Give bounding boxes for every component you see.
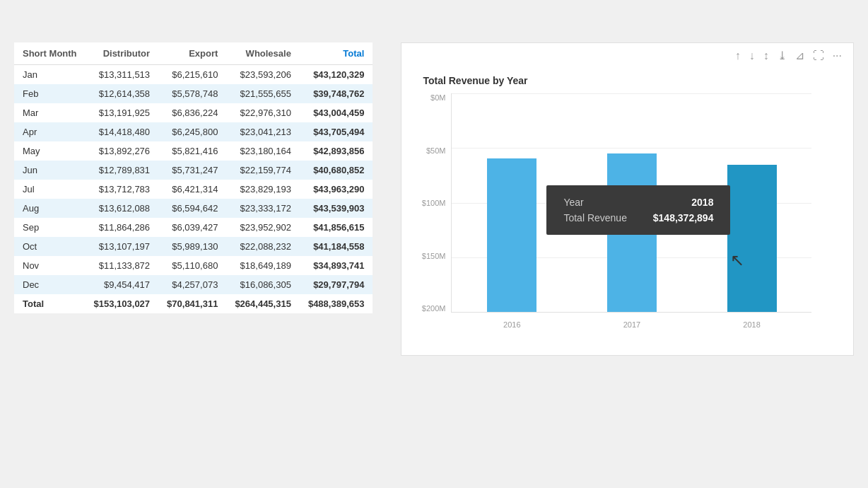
- cell-wholesale: $16,086,305: [226, 275, 300, 294]
- revenue-chart: ↑ ↓ ↕ ⤓ ⊿ ⛶ ··· Total Revenue by Year $2…: [401, 42, 854, 356]
- cell-distributor: $13,712,783: [86, 180, 159, 199]
- cell-total: $43,963,290: [300, 180, 373, 199]
- cell-wholesale: $23,593,206: [226, 65, 300, 85]
- cell-wholesale: $22,159,774: [226, 161, 300, 180]
- revenue-table: Short Month Distributor Export Wholesale…: [14, 42, 373, 313]
- tooltip-year-label: Year: [563, 197, 583, 208]
- filter-icon[interactable]: ⊿: [795, 49, 804, 62]
- cell-month: Jun: [14, 161, 86, 180]
- table-row[interactable]: Mar $13,191,925 $6,836,224 $22,976,310 $…: [14, 103, 373, 122]
- table-row[interactable]: Jun $12,789,831 $5,731,247 $22,159,774 $…: [14, 161, 373, 180]
- chart-bar[interactable]: 2016: [487, 158, 536, 312]
- col-header-total[interactable]: Total: [300, 42, 373, 65]
- table-row[interactable]: Oct $13,107,197 $5,989,130 $22,088,232 $…: [14, 237, 373, 256]
- cell-distributor: $13,107,197: [86, 237, 159, 256]
- chart-toolbar: ↑ ↓ ↕ ⤓ ⊿ ⛶ ···: [401, 43, 853, 68]
- cell-total: $43,120,329: [300, 65, 373, 85]
- cell-export: $6,421,314: [158, 180, 226, 199]
- table-row[interactable]: May $13,892,276 $5,821,416 $23,180,164 $…: [14, 141, 373, 161]
- y-axis-label: $0M: [416, 93, 451, 102]
- cell-month: Sep: [14, 218, 86, 237]
- cell-total: $41,184,558: [300, 237, 373, 256]
- cell-month: Apr: [14, 122, 86, 141]
- cell-month: Jan: [14, 65, 86, 85]
- cell-distributor: $11,864,286: [86, 218, 159, 237]
- tooltip-revenue-value: $148,372,894: [653, 212, 714, 223]
- cell-export: $6,215,610: [158, 65, 226, 85]
- chart-title: Total Revenue by Year: [416, 75, 839, 86]
- cell-wholesale: $22,088,232: [226, 237, 300, 256]
- table-row[interactable]: Aug $13,612,088 $6,594,642 $23,333,172 $…: [14, 199, 373, 218]
- cell-export: $5,989,130: [158, 237, 226, 256]
- cell-month: Oct: [14, 237, 86, 256]
- cell-distributor: $12,614,358: [86, 84, 159, 103]
- tooltip-year-value: 2018: [691, 197, 713, 208]
- cell-export: $6,594,642: [158, 199, 226, 218]
- sort-desc-icon[interactable]: ↓: [749, 50, 755, 62]
- cell-month: Jul: [14, 180, 86, 199]
- cell-total: $29,797,794: [300, 275, 373, 294]
- cell-wholesale: $23,829,193: [226, 180, 300, 199]
- cell-export: $5,578,748: [158, 84, 226, 103]
- total-total: $488,389,653: [300, 294, 373, 313]
- sort-asc-icon[interactable]: ↑: [735, 50, 741, 62]
- cell-export: $5,821,416: [158, 141, 226, 161]
- cell-distributor: $13,612,088: [86, 199, 159, 218]
- total-export: $70,841,311: [158, 294, 226, 313]
- cell-month: Dec: [14, 275, 86, 294]
- table-row[interactable]: Jan $13,311,513 $6,215,610 $23,593,206 $…: [14, 65, 373, 85]
- cell-total: $43,705,494: [300, 122, 373, 141]
- fullscreen-icon[interactable]: ⛶: [813, 50, 824, 62]
- cell-wholesale: $23,952,902: [226, 218, 300, 237]
- total-wholesale: $264,445,315: [226, 294, 300, 313]
- total-row: Total $153,103,027 $70,841,311 $264,445,…: [14, 294, 373, 313]
- cell-export: $5,110,680: [158, 256, 226, 275]
- cell-distributor: $12,789,831: [86, 161, 159, 180]
- cell-distributor: $14,418,480: [86, 122, 159, 141]
- sort-both-icon[interactable]: ↕: [763, 50, 769, 62]
- cell-month: Aug: [14, 199, 86, 218]
- table-row[interactable]: Jul $13,712,783 $6,421,314 $23,829,193 $…: [14, 180, 373, 199]
- table-row[interactable]: Feb $12,614,358 $5,578,748 $21,555,655 $…: [14, 84, 373, 103]
- cell-wholesale: $23,041,213: [226, 122, 300, 141]
- cell-distributor: $13,892,276: [86, 141, 159, 161]
- expand-icon[interactable]: ⤓: [778, 49, 787, 62]
- cell-month: Nov: [14, 256, 86, 275]
- cell-total: $43,004,459: [300, 103, 373, 122]
- cell-month: May: [14, 141, 86, 161]
- cell-wholesale: $23,180,164: [226, 141, 300, 161]
- tooltip-revenue-label: Total Revenue: [563, 212, 627, 223]
- chart-bar[interactable]: 2018: [727, 165, 777, 312]
- cell-export: $5,731,247: [158, 161, 226, 180]
- cell-distributor: $11,133,872: [86, 256, 159, 275]
- cell-wholesale: $18,649,189: [226, 256, 300, 275]
- more-icon[interactable]: ···: [833, 50, 842, 62]
- cell-wholesale: $21,555,655: [226, 84, 300, 103]
- cell-distributor: $13,311,513: [86, 65, 159, 85]
- col-header-export[interactable]: Export: [158, 42, 226, 65]
- y-axis-label: $50M: [416, 146, 451, 155]
- cell-export: $4,257,073: [158, 275, 226, 294]
- chart-area: $200M$150M$100M$50M$0M 201620172018 Year…: [416, 93, 811, 334]
- cell-distributor: $13,191,925: [86, 103, 159, 122]
- y-axis-label: $200M: [416, 304, 451, 313]
- cell-total: $41,856,615: [300, 218, 373, 237]
- chart-tooltip: Year 2018 Total Revenue $148,372,894: [546, 185, 730, 235]
- cell-total: $42,893,856: [300, 141, 373, 161]
- table-row[interactable]: Apr $14,418,480 $6,245,800 $23,041,213 $…: [14, 122, 373, 141]
- cell-export: $6,039,427: [158, 218, 226, 237]
- col-header-wholesale[interactable]: Wholesale: [226, 42, 300, 65]
- table-row[interactable]: Dec $9,454,417 $4,257,073 $16,086,305 $2…: [14, 275, 373, 294]
- bar-x-label: 2018: [743, 320, 760, 329]
- cell-distributor: $9,454,417: [86, 275, 159, 294]
- total-distributor: $153,103,027: [86, 294, 159, 313]
- table-row[interactable]: Nov $11,133,872 $5,110,680 $18,649,189 $…: [14, 256, 373, 275]
- cell-wholesale: $23,333,172: [226, 199, 300, 218]
- cell-total: $39,748,762: [300, 84, 373, 103]
- chart-container: Total Revenue by Year $200M$150M$100M$50…: [401, 68, 853, 355]
- col-header-month[interactable]: Short Month: [14, 42, 86, 65]
- cell-total: $40,680,852: [300, 161, 373, 180]
- col-header-distributor[interactable]: Distributor: [86, 42, 159, 65]
- cell-month: Mar: [14, 103, 86, 122]
- table-row[interactable]: Sep $11,864,286 $6,039,427 $23,952,902 $…: [14, 218, 373, 237]
